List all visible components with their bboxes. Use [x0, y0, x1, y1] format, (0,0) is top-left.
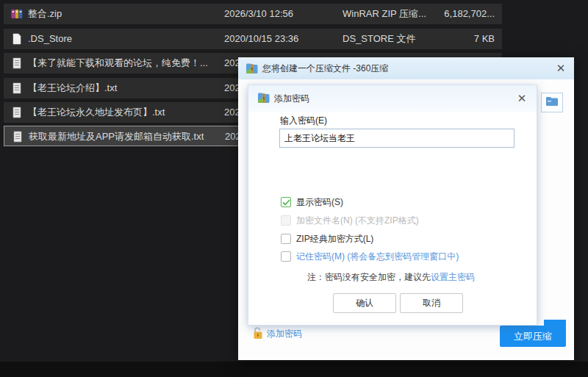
set-master-password-link[interactable]: 设置主密码 [431, 272, 475, 282]
close-icon[interactable]: ✕ [514, 91, 529, 106]
add-password-dialog: 添加密码 ✕ 输入密码(E) 显示密码(S) 加密文件名(N) (不支持ZIP格… [248, 85, 537, 326]
compress-dialog-titlebar: 您将创建一个压缩文件 -360压缩 ✕ [238, 57, 574, 79]
file-date: 2020/10/15 23:36 [224, 29, 298, 49]
bottom-dark-strip [0, 362, 588, 377]
file-size: 7 KB [474, 29, 495, 49]
file-name: .DS_Store [28, 29, 72, 49]
note-text: 注：密码没有安全加密，建议先 [307, 272, 431, 282]
checkbox-label: 加密文件名(N) (不支持ZIP格式) [296, 215, 419, 226]
file-size: 6,182,702... [444, 4, 495, 24]
text-file-icon [11, 57, 23, 69]
file-type: DS_STORE 文件 [343, 29, 415, 49]
file-row[interactable]: 整合.zip 2026/3/10 12:56 WinRAR ZIP 压缩... … [4, 4, 502, 24]
file-icon [11, 33, 23, 45]
cancel-button[interactable]: 取消 [400, 293, 463, 313]
checkbox-unchecked-icon[interactable] [281, 234, 291, 244]
checkbox-disabled-icon [281, 215, 291, 226]
checkbox-unchecked-icon[interactable] [281, 251, 291, 262]
compress-now-button[interactable]: 立即压缩 [500, 326, 566, 347]
text-file-icon [11, 107, 23, 118]
file-name: 整合.zip [28, 4, 62, 24]
folder-icon [545, 96, 559, 107]
360zip-app-icon [257, 92, 270, 107]
360zip-app-icon [245, 62, 258, 77]
password-input-label: 输入密码(E) [280, 115, 327, 127]
close-icon[interactable]: ✕ [553, 61, 568, 76]
file-date: 2026/3/10 12:56 [224, 4, 293, 24]
text-file-icon [12, 131, 24, 143]
compress-dialog: 您将创建一个压缩文件 -360压缩 ✕ 添加密码 立即压缩 添加密码 ✕ 输入密… [238, 57, 574, 360]
file-name: 获取最新地址及APP请发邮箱自动获取.txt [29, 126, 204, 147]
checkbox-checked-icon[interactable] [281, 197, 291, 207]
checkbox-label: ZIP经典加密方式(L) [296, 234, 373, 245]
password-note: 注：密码没有安全加密，建议先设置主密码 [307, 271, 475, 284]
password-dialog-header: 添加密码 ✕ [248, 85, 537, 112]
file-name: 【老王论坛永久地址发布页】.txt [28, 102, 165, 123]
file-type: WinRAR ZIP 压缩... [343, 4, 426, 24]
winrar-archive-icon [11, 8, 23, 20]
file-row[interactable]: .DS_Store 2020/10/15 23:36 DS_STORE 文件 7… [4, 29, 502, 49]
padlock-icon [253, 327, 264, 344]
password-input[interactable] [279, 129, 514, 148]
compress-dialog-title: 您将创建一个压缩文件 -360压缩 [262, 57, 388, 79]
browse-folder-button[interactable] [541, 93, 563, 112]
confirm-button[interactable]: 确认 [333, 293, 396, 313]
checkbox-label: 显示密码(S) [296, 197, 343, 208]
add-password-label: 添加密码 [267, 328, 302, 339]
file-name: 【来了就能下载和观看的论坛，纯免费！... [28, 53, 208, 73]
password-dialog-title: 添加密码 [274, 85, 309, 112]
add-password-link[interactable]: 添加密码 [253, 327, 302, 340]
file-name: 【老王论坛介绍】.txt [28, 78, 117, 98]
text-file-icon [11, 82, 23, 94]
checkbox-label: 记住密码(M) (将会备忘到密码管理窗口中) [296, 251, 459, 262]
